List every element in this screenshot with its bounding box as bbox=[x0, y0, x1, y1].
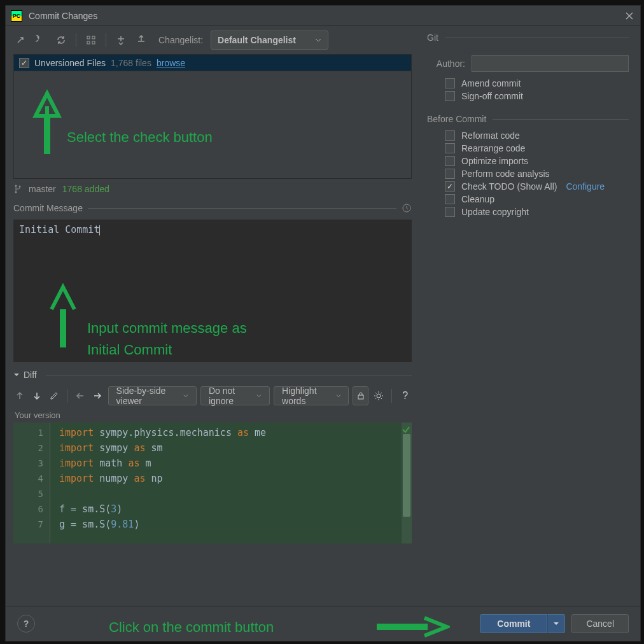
git-section-title: Git bbox=[427, 32, 629, 43]
reformat-checkbox[interactable] bbox=[445, 130, 455, 141]
revert-icon[interactable] bbox=[32, 32, 49, 48]
show-diff-icon[interactable] bbox=[12, 32, 29, 48]
signoff-commit-check[interactable]: Sign-off commit bbox=[445, 91, 629, 101]
commit-button[interactable]: Commit bbox=[480, 614, 547, 633]
unversioned-files-row[interactable]: Unversioned Files 1,768 files browse bbox=[14, 55, 411, 71]
commit-dialog: PC Commit Changes Changelist: Default Ch… bbox=[5, 5, 641, 641]
analysis-check[interactable]: Perform code analysis bbox=[445, 169, 629, 179]
collapse-all-icon[interactable] bbox=[133, 32, 150, 48]
chevron-down-icon bbox=[336, 393, 341, 399]
diff-section-header[interactable]: Diff bbox=[6, 365, 419, 382]
refresh-icon[interactable] bbox=[53, 32, 69, 48]
copyright-checkbox[interactable] bbox=[445, 207, 455, 217]
amend-checkbox[interactable] bbox=[445, 78, 455, 88]
close-button[interactable] bbox=[624, 10, 635, 22]
scrollbar-thumb[interactable] bbox=[403, 434, 410, 517]
reformat-check[interactable]: Reformat code bbox=[445, 130, 629, 141]
diff-toolbar: Side-by-side viewer Do not ignore Highli… bbox=[6, 382, 419, 409]
chevron-down-icon bbox=[13, 372, 20, 378]
changelist-dropdown[interactable]: Default Changelist bbox=[211, 31, 328, 50]
author-row: Author: bbox=[427, 55, 629, 72]
signoff-checkbox[interactable] bbox=[445, 91, 455, 101]
file-list[interactable]: Unversioned Files 1,768 files browse bbox=[13, 54, 412, 179]
author-label: Author: bbox=[427, 59, 465, 69]
your-version-label: Your version bbox=[6, 409, 419, 421]
chevron-down-icon bbox=[315, 37, 321, 43]
button-bar: ? Commit Cancel bbox=[6, 606, 640, 641]
diff-editor[interactable]: 1234567 import sympy.physics.mechanics a… bbox=[13, 423, 412, 543]
line-gutter: 1234567 bbox=[13, 423, 50, 543]
group-by-icon[interactable] bbox=[83, 32, 99, 48]
amend-commit-check[interactable]: Amend commit bbox=[445, 78, 629, 88]
chevron-down-icon bbox=[256, 393, 262, 399]
svg-point-6 bbox=[19, 186, 21, 188]
todo-checkbox[interactable] bbox=[445, 181, 455, 192]
ok-status-icon bbox=[402, 425, 410, 434]
commit-dropdown-button[interactable] bbox=[547, 614, 565, 633]
edit-icon[interactable] bbox=[48, 388, 61, 404]
vertical-scrollbar[interactable] bbox=[402, 423, 412, 543]
prev-diff-icon[interactable] bbox=[13, 388, 27, 404]
history-icon[interactable] bbox=[402, 203, 412, 213]
cleanup-check[interactable]: Cleanup bbox=[445, 194, 629, 204]
branch-name: master bbox=[29, 184, 56, 194]
svg-rect-2 bbox=[87, 41, 90, 44]
cancel-button[interactable]: Cancel bbox=[571, 614, 629, 633]
svg-rect-1 bbox=[92, 36, 95, 39]
copyright-check[interactable]: Update copyright bbox=[445, 207, 629, 217]
svg-rect-8 bbox=[358, 395, 363, 399]
lock-icon[interactable] bbox=[353, 386, 368, 405]
commit-message-input[interactable]: Initial Commit bbox=[13, 220, 412, 362]
optimize-check[interactable]: Optimize imports bbox=[445, 156, 629, 166]
commit-button-group: Commit bbox=[480, 614, 565, 633]
svg-point-4 bbox=[15, 185, 17, 187]
gear-icon[interactable] bbox=[372, 388, 386, 404]
rearrange-checkbox[interactable] bbox=[445, 143, 455, 153]
svg-rect-0 bbox=[87, 36, 90, 39]
ignore-mode-dropdown[interactable]: Do not ignore bbox=[200, 386, 270, 405]
prev-file-icon[interactable] bbox=[74, 388, 87, 404]
code-body: import sympy.physics.mechanics as meimpo… bbox=[50, 423, 402, 543]
expand-all-icon[interactable] bbox=[113, 32, 129, 48]
svg-point-5 bbox=[15, 192, 17, 193]
configure-link[interactable]: Configure bbox=[566, 181, 605, 192]
before-commit-header: Before Commit bbox=[427, 114, 629, 124]
window-title: Commit Changes bbox=[29, 11, 624, 21]
browse-link[interactable]: browse bbox=[157, 58, 185, 68]
changelist-label: Changelist: bbox=[158, 35, 203, 45]
author-input[interactable] bbox=[472, 55, 629, 72]
cleanup-checkbox[interactable] bbox=[445, 194, 455, 204]
unversioned-files-checkbox[interactable] bbox=[19, 58, 29, 68]
branch-row: master 1768 added bbox=[6, 179, 419, 199]
added-count: 1768 added bbox=[62, 184, 109, 194]
next-diff-icon[interactable] bbox=[31, 388, 44, 404]
unversioned-files-label: Unversioned Files bbox=[34, 58, 106, 68]
unversioned-files-count: 1,768 files bbox=[111, 58, 151, 68]
pycharm-icon: PC bbox=[11, 10, 22, 22]
branch-icon bbox=[13, 185, 22, 193]
help-button[interactable]: ? bbox=[17, 615, 35, 633]
svg-rect-3 bbox=[92, 41, 95, 44]
commit-message-header: Commit Message bbox=[6, 199, 419, 217]
commit-toolbar: Changelist: Default Changelist bbox=[6, 26, 419, 54]
viewer-mode-dropdown[interactable]: Side-by-side viewer bbox=[108, 386, 197, 405]
help-icon[interactable]: ? bbox=[398, 388, 412, 404]
chevron-down-icon bbox=[553, 620, 559, 627]
next-file-icon[interactable] bbox=[91, 388, 104, 404]
rearrange-check[interactable]: Rearrange code bbox=[445, 143, 629, 153]
titlebar: PC Commit Changes bbox=[6, 6, 640, 26]
analysis-checkbox[interactable] bbox=[445, 169, 455, 179]
optimize-checkbox[interactable] bbox=[445, 156, 455, 166]
highlight-mode-dropdown[interactable]: Highlight words bbox=[274, 386, 349, 405]
svg-point-9 bbox=[377, 394, 381, 398]
todo-check[interactable]: Check TODO (Show All) Configure bbox=[445, 181, 629, 192]
chevron-down-icon bbox=[183, 393, 188, 399]
